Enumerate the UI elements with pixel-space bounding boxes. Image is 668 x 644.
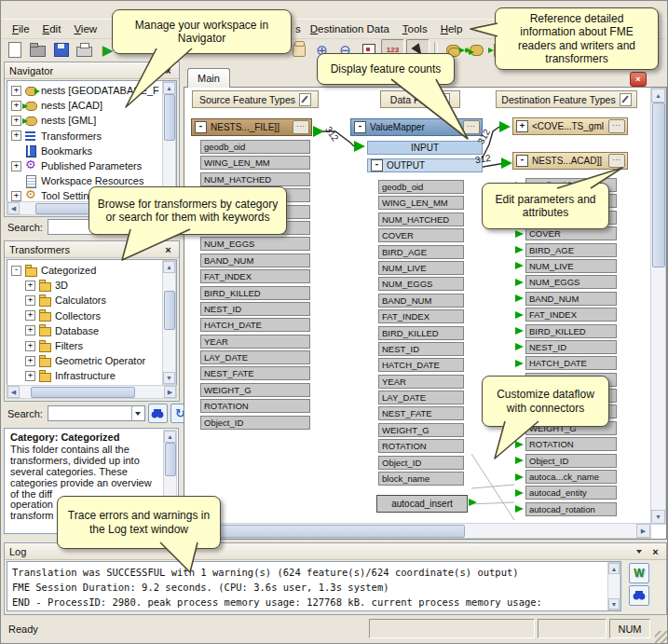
attribute-row[interactable]: WEIGHT_G xyxy=(200,383,310,397)
scroll-right-icon[interactable]: ▶ xyxy=(164,386,176,398)
navigator-tree-item[interactable]: + Published Parameters xyxy=(7,158,176,173)
attribute-row[interactable]: autoca...ck_name xyxy=(525,470,617,484)
navigator-tree-item[interactable]: + Transformers xyxy=(7,129,176,144)
attribute-row[interactable]: HATCH_DATE xyxy=(525,356,617,370)
autocad-insert-node[interactable]: autocad_insert xyxy=(376,495,468,513)
destination-feature-types-button[interactable]: Destination Feature Types xyxy=(496,90,637,108)
attribute-row[interactable]: NUM_EGGS xyxy=(525,275,617,289)
expander-icon[interactable]: + xyxy=(11,130,21,141)
attribute-row[interactable]: FAT_INDEX xyxy=(378,309,464,323)
collapse-icon[interactable]: - xyxy=(195,121,207,133)
new-workspace-button[interactable] xyxy=(4,40,25,61)
scroll-thumb[interactable] xyxy=(164,291,175,330)
data-flow-button[interactable]: Data Flow xyxy=(380,90,460,108)
transformers-search-combo[interactable] xyxy=(48,405,145,421)
expander-icon[interactable]: + xyxy=(25,295,35,306)
close-icon[interactable]: × xyxy=(162,244,174,255)
scroll-up-icon[interactable]: ▲ xyxy=(163,82,175,94)
attribute-row[interactable]: WEIGHT_G xyxy=(378,423,464,437)
menu-item[interactable]: Help xyxy=(434,21,470,36)
expander-icon[interactable]: - xyxy=(11,266,21,276)
input-port[interactable]: INPUT xyxy=(367,141,483,155)
attribute-row[interactable]: WING_LEN_MM xyxy=(378,196,464,210)
close-icon[interactable]: × xyxy=(162,65,174,76)
scroll-left-icon[interactable]: ◀ xyxy=(7,202,20,214)
log-text-window[interactable]: Translation was SUCCESSFUL with 1 warnin… xyxy=(7,561,621,611)
expander-icon[interactable]: + xyxy=(25,325,35,336)
expander-icon[interactable]: + xyxy=(25,281,35,291)
valuemapper-node[interactable]: - ValueMapper ... xyxy=(350,118,483,136)
attribute-row[interactable]: block_name xyxy=(378,472,464,486)
attribute-row[interactable]: NUM_LIVE xyxy=(525,259,617,273)
source-feature-types-button[interactable]: Source Feature Types xyxy=(192,90,319,108)
attribute-row[interactable]: autocad_rotation xyxy=(525,502,617,516)
attribute-row[interactable]: NEST_ID xyxy=(200,302,310,316)
scroll-thumb[interactable] xyxy=(164,94,175,141)
attribute-row[interactable]: NEST_ID xyxy=(378,342,464,356)
destination-node-gml[interactable]: + <COVE...TS_gml ... xyxy=(512,117,628,135)
attribute-row[interactable]: HATCH_DATE xyxy=(378,358,464,372)
attribute-row[interactable]: ROTATION xyxy=(200,399,310,413)
properties-button[interactable]: ... xyxy=(608,119,625,133)
print-button[interactable] xyxy=(74,40,95,61)
navigator-vscrollbar[interactable]: ▲ ▼ xyxy=(162,81,176,201)
attribute-row[interactable]: LAY_DATE xyxy=(200,350,310,364)
edit-pencil-icon[interactable] xyxy=(620,93,632,106)
attribute-row[interactable]: BAND_NUM xyxy=(200,253,310,267)
attribute-row[interactable]: FAT_INDEX xyxy=(525,308,617,322)
attribute-row[interactable]: NUM_HATCHED xyxy=(200,172,310,186)
transformers-root-item[interactable]: - Categorized xyxy=(7,263,176,278)
attribute-row[interactable]: BIRD_KILLED xyxy=(200,286,310,300)
attribute-row[interactable]: ROTATION xyxy=(378,439,464,453)
transformer-category-item[interactable]: + Collectors xyxy=(21,308,176,323)
save-button[interactable] xyxy=(50,40,72,61)
output-port[interactable]: - OUTPUT xyxy=(367,158,483,172)
properties-button[interactable]: ... xyxy=(463,120,480,134)
attribute-row[interactable]: autocad_entity xyxy=(525,486,617,500)
close-icon[interactable]: × xyxy=(649,546,661,557)
expander-icon[interactable]: + xyxy=(25,341,35,351)
scroll-down-icon[interactable]: ▼ xyxy=(608,598,620,610)
attribute-row[interactable]: LAY_DATE xyxy=(378,391,464,404)
expander-icon[interactable]: + xyxy=(11,191,21,201)
scroll-thumb[interactable] xyxy=(165,443,176,476)
collapse-icon[interactable]: - xyxy=(354,121,366,133)
transformers-vscrollbar[interactable]: ▲ ▼ xyxy=(162,260,176,385)
menu-item-partial[interactable]: s xyxy=(293,21,304,36)
navigator-tree-item[interactable]: + nests [ACAD] xyxy=(7,98,176,113)
attribute-row[interactable]: NUM_EGGS xyxy=(378,277,464,291)
open-log-in-workbench-button[interactable]: W xyxy=(629,563,649,583)
scroll-up-icon[interactable]: ▲ xyxy=(651,89,665,103)
attribute-row[interactable]: NUM_LIVE xyxy=(378,261,464,275)
menu-item[interactable]: File xyxy=(6,21,36,36)
attribute-row[interactable]: BAND_NUM xyxy=(378,294,464,308)
attribute-row[interactable]: ROTATION xyxy=(525,437,617,451)
navigator-tree-item[interactable]: Bookmarks xyxy=(7,144,176,158)
properties-button[interactable]: ... xyxy=(608,154,625,168)
attribute-row[interactable]: YEAR xyxy=(378,375,464,389)
attribute-row[interactable]: NEST_ID xyxy=(525,340,617,354)
scroll-right-icon[interactable]: ▶ xyxy=(636,524,650,538)
menu-item[interactable]: View xyxy=(67,21,103,36)
scroll-left-icon[interactable]: ◀ xyxy=(7,386,20,398)
tab-main[interactable]: Main xyxy=(187,68,230,88)
scroll-up-icon[interactable]: ▲ xyxy=(608,563,620,574)
expander-icon[interactable]: + xyxy=(11,101,21,111)
attribute-row[interactable]: geodb_oid xyxy=(378,180,464,194)
navigator-tree-item[interactable]: + nests [GML] xyxy=(7,113,176,128)
transformer-category-item[interactable]: + Infrastructure xyxy=(21,368,176,383)
expander-icon[interactable]: + xyxy=(25,371,35,381)
scroll-down-icon[interactable]: ▼ xyxy=(651,510,665,524)
transformer-category-item[interactable]: + Filters xyxy=(21,338,176,353)
navigator-tree-item[interactable]: + nests [GEODATABASE_F xyxy=(7,83,176,98)
add-writer-button[interactable] xyxy=(466,40,487,61)
attribute-row[interactable]: BIRD_AGE xyxy=(378,245,464,259)
attribute-row[interactable]: HATCH_DATE xyxy=(200,318,310,332)
log-vscrollbar[interactable]: ▲ ▼ xyxy=(607,562,620,610)
scroll-thumb[interactable] xyxy=(31,387,135,398)
attribute-row[interactable]: FAT_INDEX xyxy=(200,269,310,283)
resize-grip[interactable] xyxy=(655,631,667,643)
attribute-row[interactable]: Object_ID xyxy=(378,456,464,470)
chevron-down-icon[interactable] xyxy=(636,550,642,554)
expander-icon[interactable]: + xyxy=(11,161,21,171)
